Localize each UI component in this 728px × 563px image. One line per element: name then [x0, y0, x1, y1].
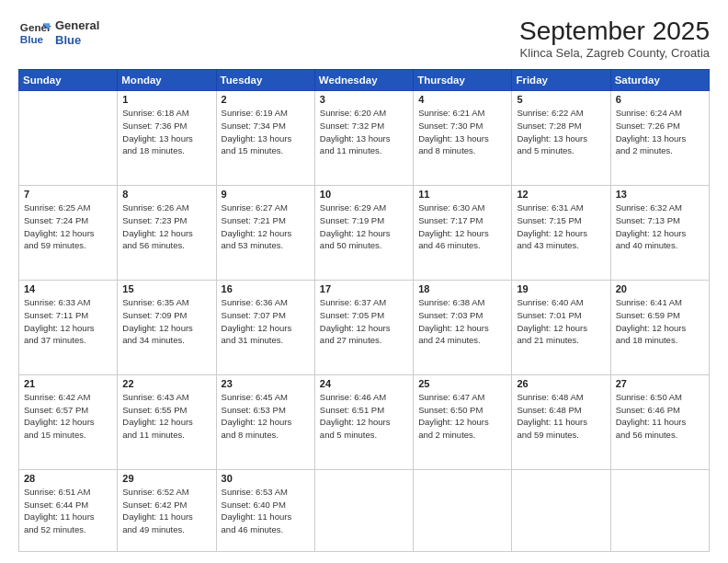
calendar-cell: 17Sunrise: 6:37 AMSunset: 7:05 PMDayligh… — [314, 280, 413, 374]
day-number: 16 — [222, 283, 310, 294]
weekday-header-wednesday: Wednesday — [314, 70, 413, 91]
calendar-cell: 1Sunrise: 6:18 AMSunset: 7:36 PMDaylight… — [118, 91, 216, 186]
day-number: 29 — [122, 473, 210, 484]
day-number: 17 — [320, 283, 408, 294]
day-info: Sunrise: 6:22 AMSunset: 7:28 PMDaylight:… — [517, 107, 605, 157]
calendar-cell: 29Sunrise: 6:52 AMSunset: 6:42 PMDayligh… — [118, 469, 216, 551]
calendar-row-3: 21Sunrise: 6:42 AMSunset: 6:57 PMDayligh… — [19, 374, 710, 469]
weekday-header-monday: Monday — [118, 70, 216, 91]
day-number: 3 — [320, 94, 408, 105]
month-title: September 2025 — [519, 17, 710, 46]
day-number: 8 — [122, 189, 210, 200]
day-info: Sunrise: 6:37 AMSunset: 7:05 PMDaylight:… — [320, 296, 408, 347]
day-number: 27 — [616, 378, 704, 389]
day-info: Sunrise: 6:42 AMSunset: 6:57 PMDaylight:… — [24, 391, 112, 442]
calendar-cell: 13Sunrise: 6:32 AMSunset: 7:13 PMDayligh… — [610, 185, 709, 280]
day-number: 9 — [222, 189, 310, 200]
day-number: 21 — [24, 378, 112, 389]
day-number: 1 — [122, 94, 210, 105]
calendar-row-0: 1Sunrise: 6:18 AMSunset: 7:36 PMDaylight… — [19, 91, 710, 186]
weekday-header-thursday: Thursday — [414, 70, 512, 91]
calendar-cell — [19, 91, 118, 186]
location-title: Klinca Sela, Zagreb County, Croatia — [519, 46, 710, 60]
calendar-cell: 28Sunrise: 6:51 AMSunset: 6:44 PMDayligh… — [19, 469, 118, 551]
day-number: 15 — [122, 283, 210, 294]
day-info: Sunrise: 6:48 AMSunset: 6:48 PMDaylight:… — [517, 391, 605, 442]
day-number: 19 — [517, 283, 605, 294]
day-info: Sunrise: 6:51 AMSunset: 6:44 PMDaylight:… — [24, 486, 112, 536]
day-info: Sunrise: 6:19 AMSunset: 7:34 PMDaylight:… — [222, 107, 310, 157]
page: General Blue General Blue September 2025… — [0, 0, 728, 563]
day-info: Sunrise: 6:53 AMSunset: 6:40 PMDaylight:… — [222, 486, 310, 536]
calendar-cell: 12Sunrise: 6:31 AMSunset: 7:15 PMDayligh… — [512, 185, 610, 280]
day-number: 18 — [418, 283, 506, 294]
title-block: September 2025 Klinca Sela, Zagreb Count… — [519, 17, 710, 60]
day-info: Sunrise: 6:25 AMSunset: 7:24 PMDaylight:… — [24, 201, 112, 252]
day-info: Sunrise: 6:31 AMSunset: 7:15 PMDaylight:… — [517, 201, 605, 252]
calendar-header-row: SundayMondayTuesdayWednesdayThursdayFrid… — [19, 70, 710, 91]
calendar-cell: 3Sunrise: 6:20 AMSunset: 7:32 PMDaylight… — [314, 91, 413, 186]
logo-blue: Blue — [55, 33, 99, 48]
day-info: Sunrise: 6:43 AMSunset: 6:55 PMDaylight:… — [122, 391, 210, 442]
day-info: Sunrise: 6:20 AMSunset: 7:32 PMDaylight:… — [320, 107, 408, 157]
day-info: Sunrise: 6:26 AMSunset: 7:23 PMDaylight:… — [122, 201, 210, 252]
weekday-header-saturday: Saturday — [610, 70, 709, 91]
logo-general: General — [55, 18, 99, 33]
day-info: Sunrise: 6:45 AMSunset: 6:53 PMDaylight:… — [222, 391, 310, 442]
calendar-row-4: 28Sunrise: 6:51 AMSunset: 6:44 PMDayligh… — [19, 469, 710, 551]
calendar-cell: 2Sunrise: 6:19 AMSunset: 7:34 PMDaylight… — [216, 91, 314, 186]
day-info: Sunrise: 6:35 AMSunset: 7:09 PMDaylight:… — [122, 296, 210, 347]
day-info: Sunrise: 6:36 AMSunset: 7:07 PMDaylight:… — [222, 296, 310, 347]
calendar-cell: 21Sunrise: 6:42 AMSunset: 6:57 PMDayligh… — [19, 374, 118, 469]
day-number: 13 — [616, 189, 704, 200]
calendar-row-2: 14Sunrise: 6:33 AMSunset: 7:11 PMDayligh… — [19, 280, 710, 374]
day-number: 24 — [320, 378, 408, 389]
day-number: 5 — [517, 94, 605, 105]
day-info: Sunrise: 6:47 AMSunset: 6:50 PMDaylight:… — [418, 391, 506, 442]
header: General Blue General Blue September 2025… — [18, 17, 710, 60]
calendar-cell: 27Sunrise: 6:50 AMSunset: 6:46 PMDayligh… — [610, 374, 709, 469]
day-number: 26 — [517, 378, 605, 389]
day-number: 22 — [122, 378, 210, 389]
calendar-row-1: 7Sunrise: 6:25 AMSunset: 7:24 PMDaylight… — [19, 185, 710, 280]
day-info: Sunrise: 6:27 AMSunset: 7:21 PMDaylight:… — [222, 201, 310, 252]
logo: General Blue General Blue — [18, 17, 99, 50]
calendar-cell: 30Sunrise: 6:53 AMSunset: 6:40 PMDayligh… — [216, 469, 314, 551]
weekday-header-sunday: Sunday — [19, 70, 118, 91]
calendar-cell: 24Sunrise: 6:46 AMSunset: 6:51 PMDayligh… — [314, 374, 413, 469]
day-number: 25 — [418, 378, 506, 389]
day-info: Sunrise: 6:40 AMSunset: 7:01 PMDaylight:… — [517, 296, 605, 347]
day-number: 14 — [24, 283, 112, 294]
calendar-table: SundayMondayTuesdayWednesdayThursdayFrid… — [18, 69, 710, 552]
calendar-cell: 11Sunrise: 6:30 AMSunset: 7:17 PMDayligh… — [414, 185, 512, 280]
calendar-cell: 26Sunrise: 6:48 AMSunset: 6:48 PMDayligh… — [512, 374, 610, 469]
day-info: Sunrise: 6:46 AMSunset: 6:51 PMDaylight:… — [320, 391, 408, 442]
weekday-header-tuesday: Tuesday — [216, 70, 314, 91]
day-info: Sunrise: 6:30 AMSunset: 7:17 PMDaylight:… — [418, 201, 506, 252]
calendar-cell: 8Sunrise: 6:26 AMSunset: 7:23 PMDaylight… — [118, 185, 216, 280]
calendar-cell: 19Sunrise: 6:40 AMSunset: 7:01 PMDayligh… — [512, 280, 610, 374]
day-number: 23 — [222, 378, 310, 389]
day-number: 6 — [616, 94, 704, 105]
calendar-cell: 9Sunrise: 6:27 AMSunset: 7:21 PMDaylight… — [216, 185, 314, 280]
calendar-cell: 7Sunrise: 6:25 AMSunset: 7:24 PMDaylight… — [19, 185, 118, 280]
calendar-cell: 14Sunrise: 6:33 AMSunset: 7:11 PMDayligh… — [19, 280, 118, 374]
day-number: 28 — [24, 473, 112, 484]
calendar-cell: 20Sunrise: 6:41 AMSunset: 6:59 PMDayligh… — [610, 280, 709, 374]
day-info: Sunrise: 6:41 AMSunset: 6:59 PMDaylight:… — [616, 296, 704, 347]
day-number: 10 — [320, 189, 408, 200]
calendar-cell: 5Sunrise: 6:22 AMSunset: 7:28 PMDaylight… — [512, 91, 610, 186]
calendar-cell — [610, 469, 709, 551]
calendar-cell — [314, 469, 413, 551]
svg-text:Blue: Blue — [20, 33, 44, 45]
calendar-cell: 16Sunrise: 6:36 AMSunset: 7:07 PMDayligh… — [216, 280, 314, 374]
day-info: Sunrise: 6:33 AMSunset: 7:11 PMDaylight:… — [24, 296, 112, 347]
calendar-cell: 25Sunrise: 6:47 AMSunset: 6:50 PMDayligh… — [414, 374, 512, 469]
day-info: Sunrise: 6:18 AMSunset: 7:36 PMDaylight:… — [122, 107, 210, 157]
day-number: 12 — [517, 189, 605, 200]
logo-icon: General Blue — [18, 17, 51, 50]
weekday-header-friday: Friday — [512, 70, 610, 91]
day-info: Sunrise: 6:38 AMSunset: 7:03 PMDaylight:… — [418, 296, 506, 347]
day-number: 20 — [616, 283, 704, 294]
day-number: 2 — [222, 94, 310, 105]
